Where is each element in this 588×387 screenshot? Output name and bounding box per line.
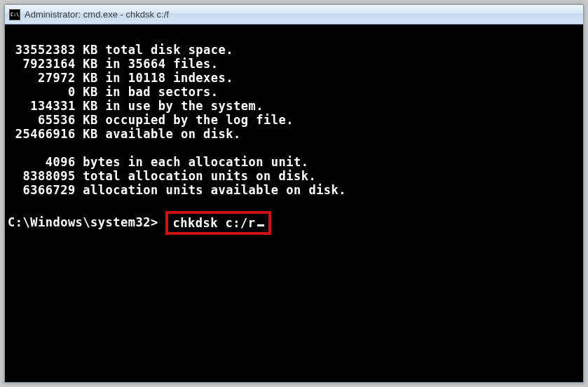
titlebar[interactable]: C:\ Administrator: cmd.exe - chkdsk c:/f [5,5,583,25]
prompt-path: C:\Windows\system32> [8,215,158,229]
window-title: Administrator: cmd.exe - chkdsk c:/f [25,9,169,20]
output-line: 6366729 allocation units available on di… [8,183,346,197]
cmd-window: C:\ Administrator: cmd.exe - chkdsk c:/f… [4,4,584,383]
output-line: 8388095 total allocation units on disk. [8,169,316,183]
terminal-output[interactable]: 33552383 KB total disk space. 7923164 KB… [5,25,583,382]
output-line: 0 KB in bad sectors. [8,85,219,99]
output-line: 33552383 KB total disk space. [8,43,233,57]
cursor [257,224,264,226]
output-line: 65536 KB occupied by the log file. [8,113,294,127]
output-line: 27972 KB in 10118 indexes. [8,71,233,85]
cmd-icon: C:\ [9,9,20,20]
command-highlight: chkdsk c:/r [165,211,271,235]
output-line: 7923164 KB in 35664 files. [8,57,219,71]
output-line: 4096 bytes in each allocation unit. [8,155,308,169]
typed-command: chkdsk c:/r [172,216,255,230]
output-line: 25466916 KB available on disk. [8,127,241,141]
output-line: 134331 KB in use by the system. [8,99,264,113]
